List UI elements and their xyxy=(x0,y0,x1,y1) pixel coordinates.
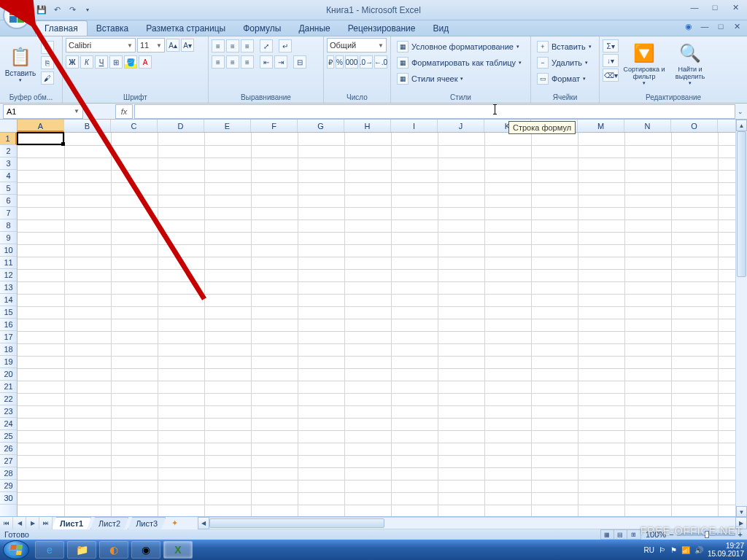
col-header-M[interactable]: M xyxy=(578,120,624,132)
row-header-26[interactable]: 26 xyxy=(0,443,17,455)
row-header-29[interactable]: 29 xyxy=(0,480,17,492)
sheet-tab-1[interactable]: Лист2 xyxy=(90,517,128,529)
format-painter-icon[interactable]: 🖌 xyxy=(41,71,54,85)
row-header-19[interactable]: 19 xyxy=(0,356,17,368)
doc-minimize-button[interactable]: — xyxy=(699,22,711,31)
row-header-2[interactable]: 2 xyxy=(0,145,17,158)
row-header-13[interactable]: 13 xyxy=(0,281,17,294)
taskbar-excel[interactable]: X xyxy=(163,541,193,559)
office-button[interactable] xyxy=(3,1,31,29)
ribbon-tab-0[interactable]: Главная xyxy=(35,20,88,36)
paste-button[interactable]: 📋 Вставить ▾ xyxy=(3,38,38,89)
conditional-formatting-button[interactable]: ▦Условное форматирование▾ xyxy=(394,39,525,54)
underline-button[interactable]: Ч xyxy=(95,55,108,69)
insert-cells-button[interactable]: +Вставить▾ xyxy=(534,39,595,54)
row-header-25[interactable]: 25 xyxy=(0,430,17,443)
merge-cells-icon[interactable]: ⊟ xyxy=(293,55,306,69)
maximize-button[interactable]: □ xyxy=(708,3,722,12)
find-select-button[interactable]: 🔍 Найти и выделить▾ xyxy=(670,38,711,89)
col-header-A[interactable]: A xyxy=(18,120,64,132)
tray-lang[interactable]: RU xyxy=(643,546,654,554)
ribbon-tab-2[interactable]: Разметка страницы xyxy=(137,21,234,36)
new-sheet-button[interactable]: ✦ xyxy=(166,517,183,529)
vertical-scrollbar[interactable]: ▲ ▼ xyxy=(735,120,747,518)
page-break-view-icon[interactable]: ⊞ xyxy=(627,530,640,539)
sheet-prev-icon[interactable]: ◀ xyxy=(13,517,26,529)
col-header-N[interactable]: N xyxy=(624,120,671,132)
vscroll-thumb[interactable] xyxy=(737,131,746,277)
close-button[interactable]: ✕ xyxy=(728,3,743,12)
increase-indent-icon[interactable]: ⇥ xyxy=(274,55,287,69)
ribbon-tab-3[interactable]: Формулы xyxy=(234,21,290,36)
align-left-icon[interactable]: ≡ xyxy=(212,55,225,69)
redo-icon[interactable]: ↷ xyxy=(66,4,79,17)
orientation-icon[interactable]: ⤢ xyxy=(260,39,273,52)
border-button[interactable]: ⊞ xyxy=(109,55,123,69)
clear-icon[interactable]: ⌫▾ xyxy=(603,69,619,82)
italic-button[interactable]: К xyxy=(80,55,93,69)
row-header-18[interactable]: 18 xyxy=(0,343,17,356)
doc-close-button[interactable]: ✕ xyxy=(731,22,743,31)
increase-decimal-icon[interactable]: .0→ xyxy=(360,55,373,69)
sheet-first-icon[interactable]: ⏮ xyxy=(0,517,13,529)
row-header-16[interactable]: 16 xyxy=(0,319,17,331)
cut-icon[interactable]: ✂ xyxy=(41,41,54,54)
ribbon-tab-5[interactable]: Рецензирование xyxy=(339,21,425,36)
row-header-22[interactable]: 22 xyxy=(0,393,17,405)
currency-icon[interactable]: ₽ xyxy=(327,55,334,69)
col-header-I[interactable]: I xyxy=(391,120,438,132)
tray-action-center-icon[interactable]: ⚑ xyxy=(670,546,677,554)
row-header-15[interactable]: 15 xyxy=(0,306,17,319)
row-header-5[interactable]: 5 xyxy=(0,182,17,195)
tray-volume-icon[interactable]: 🔊 xyxy=(694,546,703,554)
taskbar-explorer[interactable]: 📁 xyxy=(67,541,96,559)
scroll-up-icon[interactable]: ▲ xyxy=(736,120,747,131)
col-header-B[interactable]: B xyxy=(64,120,111,132)
row-header-17[interactable]: 17 xyxy=(0,331,17,343)
doc-restore-button[interactable]: □ xyxy=(715,22,727,31)
number-format-combo[interactable]: Общий▼ xyxy=(327,38,387,52)
qat-dropdown-icon[interactable]: ▾ xyxy=(81,4,94,17)
row-header-30[interactable]: 30 xyxy=(0,492,17,505)
ribbon-tab-4[interactable]: Данные xyxy=(290,21,338,36)
col-header-D[interactable]: D xyxy=(158,120,204,132)
align-middle-icon[interactable]: ≡ xyxy=(226,39,239,52)
row-header-20[interactable]: 20 xyxy=(0,368,17,381)
bold-button[interactable]: Ж xyxy=(66,55,79,69)
font-name-combo[interactable]: Calibri▼ xyxy=(66,38,136,52)
page-layout-view-icon[interactable]: ▤ xyxy=(614,530,627,539)
row-header-12[interactable]: 12 xyxy=(0,269,17,281)
font-size-combo[interactable]: 11▼ xyxy=(137,38,165,52)
undo-icon[interactable]: ↶ xyxy=(50,4,63,17)
col-header-C[interactable]: C xyxy=(111,120,158,132)
taskbar-ie[interactable]: e xyxy=(35,541,64,559)
comma-icon[interactable]: 000 xyxy=(345,55,358,69)
row-header-6[interactable]: 6 xyxy=(0,195,17,207)
select-all-corner[interactable] xyxy=(0,120,18,133)
row-header-23[interactable]: 23 xyxy=(0,405,17,418)
taskbar-chrome[interactable]: ◉ xyxy=(131,541,160,559)
tray-network-icon[interactable]: 📶 xyxy=(681,546,690,554)
row-header-7[interactable]: 7 xyxy=(0,207,17,219)
ribbon-tab-1[interactable]: Вставка xyxy=(88,21,138,36)
autosum-icon[interactable]: Σ▾ xyxy=(603,39,619,52)
percent-icon[interactable]: % xyxy=(336,55,344,69)
row-header-4[interactable]: 4 xyxy=(0,170,17,182)
col-header-O[interactable]: O xyxy=(671,120,718,132)
tray-flag-icon[interactable]: 🏳 xyxy=(659,546,666,554)
wrap-text-icon[interactable]: ↵ xyxy=(279,39,292,52)
start-button[interactable] xyxy=(3,540,29,559)
taskbar-media[interactable]: ◐ xyxy=(99,541,128,559)
sheet-last-icon[interactable]: ⏭ xyxy=(39,517,53,529)
format-cells-button[interactable]: ▭Формат▾ xyxy=(534,71,595,86)
row-header-1[interactable]: 1 xyxy=(0,133,17,145)
row-header-21[interactable]: 21 xyxy=(0,381,17,393)
fill-icon[interactable]: ↓▾ xyxy=(603,54,619,67)
name-box[interactable]: A1▼ xyxy=(3,104,83,119)
sheet-next-icon[interactable]: ▶ xyxy=(26,517,39,529)
row-header-14[interactable]: 14 xyxy=(0,294,17,306)
minimize-button[interactable]: — xyxy=(687,3,702,12)
align-right-icon[interactable]: ≡ xyxy=(241,55,254,69)
col-header-G[interactable]: G xyxy=(298,120,344,132)
row-header-24[interactable]: 24 xyxy=(0,418,17,430)
